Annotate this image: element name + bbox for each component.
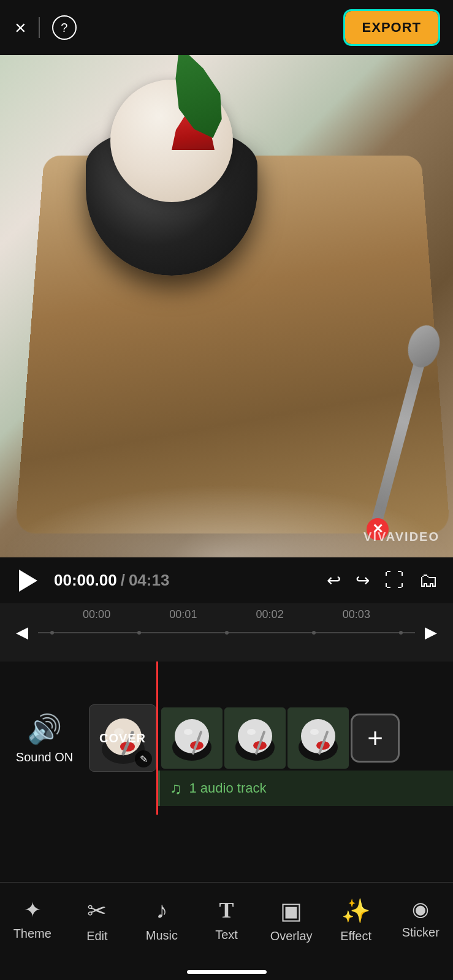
effect-label: Effect (340, 929, 371, 943)
timeline-prev-button[interactable]: ◀ (6, 623, 38, 642)
audio-track-row: ♫ 1 audio track (158, 771, 453, 806)
svg-point-15 (247, 729, 256, 735)
timeline-dot (399, 631, 403, 635)
overlay-icon: ▣ (280, 897, 302, 924)
video-thumb-inner (287, 707, 349, 769)
help-button[interactable]: ? (52, 15, 77, 40)
timeline-area: ◀ 00:00 00:01 00:02 00:03 ▶ (0, 603, 453, 662)
clip-area: 🔊 Sound ON COVER ✎ (0, 662, 453, 815)
text-label: Text (215, 928, 238, 942)
video-thumb-1[interactable] (161, 707, 223, 769)
timeline-track: ◀ 00:00 00:01 00:02 00:03 ▶ (0, 603, 453, 662)
timeline-dots (50, 631, 403, 635)
bowl-container (86, 129, 257, 300)
svg-point-21 (310, 729, 319, 735)
theme-label: Theme (13, 927, 51, 941)
redo-button[interactable]: ↪ (356, 570, 370, 590)
play-button[interactable] (15, 567, 42, 594)
video-preview: ✕ VIVAVIDEO (0, 55, 453, 557)
time-markers: 00:00 00:01 00:02 00:03 (38, 608, 415, 621)
cover-edit-icon[interactable]: ✎ (135, 750, 152, 767)
theme-icon: ✦ (24, 897, 41, 922)
sticker-label: Sticker (402, 925, 440, 940)
time-marker-2: 00:02 (256, 608, 284, 621)
overlay-label: Overlay (270, 929, 313, 943)
music-label: Music (146, 929, 178, 943)
thumb-illustration (287, 707, 349, 769)
header-left: × ? (15, 15, 77, 40)
toolbar-item-theme[interactable]: ✦ Theme (0, 892, 65, 946)
sound-icon: 🔊 (27, 712, 62, 745)
video-thumb-inner (224, 707, 286, 769)
music-icon: ♪ (156, 897, 167, 924)
watermark: VIVAVIDEO (364, 530, 440, 544)
thumb-illustration (161, 707, 223, 769)
sticker-icon: ◉ (412, 897, 429, 921)
video-background (0, 55, 453, 557)
audio-track-label: 1 audio track (189, 780, 267, 796)
video-thumb-3[interactable] (287, 707, 349, 769)
toolbar-item-edit[interactable]: ✂ Edit (65, 892, 130, 948)
audio-icon: ♫ (170, 779, 182, 798)
timeline-next-button[interactable]: ▶ (415, 623, 447, 642)
playback-icons: ↩ ↪ ⛶ 🗂 (327, 569, 438, 592)
header-divider (39, 17, 40, 38)
timeline-dot (50, 631, 54, 635)
total-time: 04:13 (129, 571, 170, 589)
time-separator: / (121, 571, 125, 589)
video-strip: + (156, 704, 453, 772)
spacer (0, 815, 453, 827)
ice-cream (110, 80, 233, 202)
cover-label: COVER (99, 731, 146, 745)
play-icon (19, 570, 37, 592)
thumb-illustration (224, 707, 286, 769)
text-icon: T (219, 897, 234, 923)
bowl (86, 129, 257, 276)
time-marker-3: 00:03 (343, 608, 370, 621)
sound-on-label: Sound ON (16, 750, 73, 764)
toolbar-item-text[interactable]: T Text (194, 892, 259, 947)
bottom-toolbar: ✦ Theme ✂ Edit ♪ Music T Text ▣ Overlay … (0, 882, 453, 980)
header: × ? EXPORT (0, 0, 453, 55)
time-marker-1: 00:01 (169, 608, 197, 621)
effect-icon: ✨ (341, 897, 370, 924)
time-marker-0: 00:00 (83, 608, 110, 621)
timecode: 00:00.00/04:13 (54, 571, 169, 590)
playback-bar: 00:00.00/04:13 ↩ ↪ ⛶ 🗂 (0, 557, 453, 603)
svg-point-9 (184, 729, 192, 735)
timeline-dot (312, 631, 316, 635)
current-time: 00:00.00 (54, 571, 117, 589)
toolbar-item-music[interactable]: ♪ Music (129, 892, 194, 948)
edit-icon: ✂ (87, 897, 107, 924)
timeline-dot (137, 631, 141, 635)
video-thumb-2[interactable] (224, 707, 286, 769)
toolbar-item-effect[interactable]: ✨ Effect (324, 892, 389, 948)
edit-label: Edit (86, 929, 107, 943)
toolbar-item-sticker[interactable]: ◉ Sticker (388, 892, 453, 944)
fullscreen-button[interactable]: ⛶ (384, 569, 404, 592)
sound-on-button[interactable]: 🔊 Sound ON (0, 668, 89, 809)
toolbar-item-overlay[interactable]: ▣ Overlay (259, 892, 324, 948)
video-thumb-inner (161, 707, 223, 769)
playhead-line (156, 662, 158, 815)
save-frame-button[interactable]: 🗂 (419, 569, 438, 592)
home-indicator (187, 970, 267, 974)
timeline-dot (225, 631, 229, 635)
add-clip-button[interactable]: + (351, 714, 400, 763)
undo-button[interactable]: ↩ (327, 570, 341, 590)
cover-thumbnail[interactable]: COVER ✎ (89, 704, 156, 772)
export-button[interactable]: EXPORT (345, 11, 438, 44)
close-button[interactable]: × (15, 18, 26, 37)
